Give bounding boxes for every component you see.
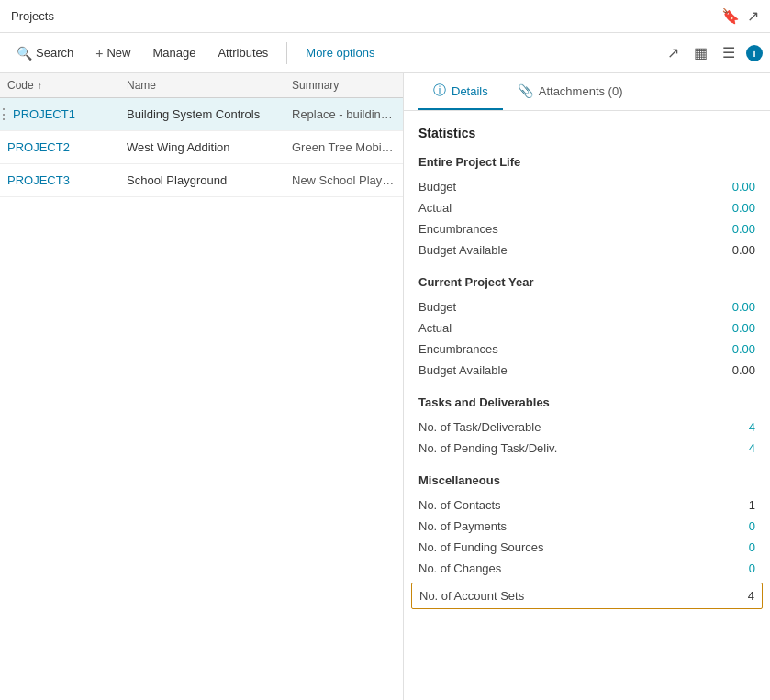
cy-budget-value: 0.00 — [709, 300, 755, 314]
external-link-icon[interactable]: ↗ — [747, 7, 759, 25]
num-pending-label: No. of Pending Task/Deliv. — [418, 441, 557, 455]
stat-row: Budget Available 0.00 — [418, 239, 755, 261]
project-summary: Green Tree Mobile U — [292, 140, 396, 154]
stat-row: Budget Available 0.00 — [418, 360, 755, 381]
cy-encumbrances-label: Encumbrances — [418, 342, 498, 356]
num-payments-label: No. of Payments — [418, 519, 507, 533]
share-icon[interactable]: ↗ — [664, 40, 683, 65]
cy-budget-label: Budget — [418, 300, 456, 314]
stat-row: No. of Funding Sources 0 — [418, 537, 755, 558]
cy-encumbrances-value: 0.00 — [709, 342, 755, 356]
entire-project-life-title: Entire Project Life — [418, 155, 755, 169]
num-contacts-value: 1 — [709, 498, 755, 512]
list-panel: Code ↑ Name Summary ⋮ PROJECT1 Building … — [0, 73, 404, 700]
detail-panel: ⓘ Details 📎 Attachments (0) Statistics E… — [404, 73, 770, 700]
budget-value: 0.00 — [709, 180, 755, 194]
title-bar-actions: 🔖 ↗ — [721, 7, 759, 25]
stat-row: Actual 0.00 — [418, 317, 755, 339]
num-payments-value: 0 — [709, 519, 755, 533]
detail-tabs: ⓘ Details 📎 Attachments (0) — [404, 73, 770, 111]
detail-content: Statistics Entire Project Life Budget 0.… — [404, 111, 770, 700]
tab-attachments[interactable]: 📎 Attachments (0) — [503, 73, 638, 110]
title-bar: Projects 🔖 ↗ — [0, 0, 770, 33]
project-name: West Wing Addition — [127, 140, 292, 154]
stat-row: Budget 0.00 — [418, 176, 755, 197]
encumbrances-label: Encumbrances — [418, 222, 498, 236]
toolbar-right-actions: ↗ ▦ ☰ i — [664, 40, 763, 65]
new-button[interactable]: + New — [86, 40, 139, 66]
project-summary: Replace - building s — [292, 107, 396, 121]
search-icon: 🔍 — [17, 46, 32, 61]
cy-budget-available-value: 0.00 — [709, 363, 755, 377]
stat-row: No. of Contacts 1 — [418, 494, 755, 516]
current-project-year-title: Current Project Year — [418, 275, 755, 289]
filter-icon[interactable]: ▦ — [690, 40, 711, 65]
current-project-year-section: Current Project Year Budget 0.00 Actual … — [418, 275, 755, 381]
main-content: Code ↑ Name Summary ⋮ PROJECT1 Building … — [0, 73, 770, 700]
num-changes-value: 0 — [709, 561, 755, 575]
manage-button[interactable]: Manage — [143, 40, 205, 65]
budget-available-label: Budget Available — [418, 243, 508, 257]
entire-project-life-section: Entire Project Life Budget 0.00 Actual 0… — [418, 155, 755, 261]
table-row[interactable]: PROJECT3 School Playground New School Pl… — [0, 164, 403, 197]
name-column-header[interactable]: Name — [127, 79, 292, 92]
attributes-button[interactable]: Attributes — [208, 40, 277, 65]
table-row[interactable]: PROJECT2 West Wing Addition Green Tree M… — [0, 131, 403, 164]
list-icon[interactable]: ☰ — [719, 40, 739, 65]
project-code: PROJECT2 — [7, 140, 70, 154]
num-changes-label: No. of Changes — [418, 561, 501, 575]
tasks-deliverables-section: Tasks and Deliverables No. of Task/Deliv… — [418, 395, 755, 459]
app-title: Projects — [11, 9, 54, 23]
cy-actual-label: Actual — [418, 321, 452, 335]
num-account-sets-value: 4 — [709, 589, 754, 603]
tab-details[interactable]: ⓘ Details — [418, 73, 503, 110]
cy-budget-available-label: Budget Available — [418, 363, 508, 377]
table-row[interactable]: ⋮ PROJECT1 Building System Controls Repl… — [0, 98, 403, 131]
bookmark-icon[interactable]: 🔖 — [721, 7, 740, 25]
miscellaneous-title: Miscellaneous — [418, 473, 755, 487]
budget-available-value: 0.00 — [709, 243, 755, 257]
plus-icon: + — [95, 46, 103, 61]
more-options-button[interactable]: More options — [296, 40, 384, 65]
num-task-value: 4 — [709, 420, 755, 434]
highlighted-account-sets-row[interactable]: No. of Account Sets 4 — [411, 583, 763, 609]
project-name: School Playground — [127, 173, 292, 187]
project-code: PROJECT3 — [7, 173, 70, 187]
stat-row: No. of Payments 0 — [418, 516, 755, 537]
stat-row: No. of Changes 0 — [418, 558, 755, 579]
num-contacts-label: No. of Contacts — [418, 498, 501, 512]
num-funding-label: No. of Funding Sources — [418, 540, 544, 554]
project-name: Building System Controls — [127, 107, 292, 121]
toolbar: 🔍 Search + New Manage Attributes More op… — [0, 33, 770, 73]
num-funding-value: 0 — [709, 540, 755, 554]
miscellaneous-section: Miscellaneous No. of Contacts 1 No. of P… — [418, 473, 755, 609]
actual-label: Actual — [418, 201, 452, 215]
info-icon[interactable]: i — [746, 45, 763, 61]
stat-row: Budget 0.00 — [418, 296, 755, 317]
stat-row: No. of Pending Task/Deliv. 4 — [418, 438, 755, 459]
budget-label: Budget — [418, 180, 456, 194]
summary-column-header[interactable]: Summary — [292, 79, 396, 92]
stat-row: Actual 0.00 — [418, 197, 755, 218]
sort-arrow-code: ↑ — [38, 81, 42, 91]
toolbar-divider — [286, 42, 287, 64]
search-button[interactable]: 🔍 Search — [7, 40, 83, 66]
encumbrances-value: 0.00 — [709, 222, 755, 236]
project-summary: New School Playgro — [292, 173, 396, 187]
tasks-deliverables-title: Tasks and Deliverables — [418, 395, 755, 409]
project-code: PROJECT1 — [13, 107, 75, 121]
details-tab-icon: ⓘ — [433, 83, 446, 99]
num-pending-value: 4 — [709, 441, 755, 455]
stat-row: Encumbrances 0.00 — [418, 218, 755, 239]
num-account-sets-label: No. of Account Sets — [419, 589, 524, 603]
stat-row: No. of Task/Deliverable 4 — [418, 417, 755, 438]
list-header: Code ↑ Name Summary — [0, 73, 403, 98]
actual-value: 0.00 — [709, 201, 755, 215]
cy-actual-value: 0.00 — [709, 321, 755, 335]
statistics-section-title: Statistics — [418, 126, 755, 140]
stat-row: Encumbrances 0.00 — [418, 339, 755, 360]
num-task-label: No. of Task/Deliverable — [418, 420, 541, 434]
attachments-tab-icon: 📎 — [518, 83, 533, 98]
row-context-menu-icon[interactable]: ⋮ — [0, 106, 11, 123]
code-column-header[interactable]: Code ↑ — [7, 79, 127, 92]
